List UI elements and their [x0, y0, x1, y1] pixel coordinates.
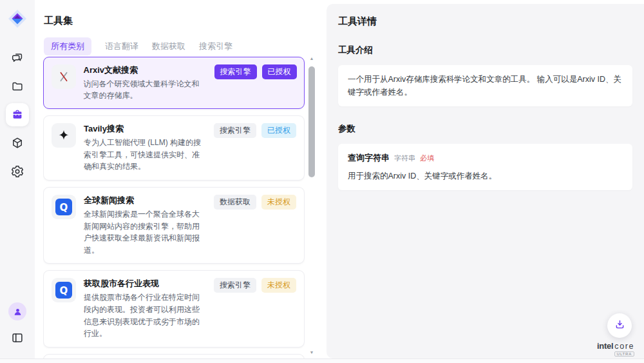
user-avatar-icon[interactable] [8, 302, 26, 320]
tool-name: 全球新闻搜索 [84, 195, 206, 206]
tool-text: Tavily搜索 专为人工智能代理 (LLM) 构建的搜索引擎工具，可快速提供实… [84, 123, 206, 173]
tool-text: Arxiv文献搜索 访问各个研究领域大量科学论文和文章的存储库。 [84, 64, 207, 102]
list-scrollbar[interactable]: ▲ ▼ [308, 55, 316, 357]
tool-description: 提供股票市场各个行业在特定时间段内的表现。投资者可以利用这些信息来识别表现优于或… [84, 291, 206, 339]
param-type: 字符串 [394, 153, 415, 164]
tools-panel: 工具集 所有类别语言翻译数据获取搜索引擎 Arxiv文献搜索 访问各个研究领域大… [35, 0, 327, 358]
auth-status-badge: 已授权 [261, 123, 296, 138]
tool-card[interactable]: Arxiv文献搜索 访问各个研究领域大量科学论文和文章的存储库。 搜索引擎 已授… [43, 57, 305, 109]
tool-card[interactable]: Tavily搜索 专为人工智能代理 (LLM) 构建的搜索引擎工具，可快速提供实… [43, 115, 305, 181]
category-badge: 搜索引擎 [214, 123, 256, 138]
tool-tags: 数据获取 未授权 [214, 195, 296, 256]
tool-name: Arxiv文献搜索 [84, 64, 207, 76]
rail-nav [0, 46, 35, 183]
nav-chat-icon[interactable] [6, 46, 29, 70]
tool-tags: 搜索引擎 未授权 [214, 278, 296, 339]
tab-all[interactable]: 所有类别 [44, 37, 91, 55]
scroll-down-arrow-icon[interactable]: ▼ [308, 350, 316, 355]
category-badge: 数据获取 [214, 195, 256, 210]
tool-description: 全球新闻搜索是一个聚合全球各大新闻网站内容的搜索引擎，帮助用户快速获取全球最新资… [84, 208, 206, 256]
ultra-badge: ultra [614, 351, 634, 357]
tavily-icon [52, 123, 76, 148]
tool-card[interactable]: Q 全球新闻搜索 全球新闻搜索是一个聚合全球各大新闻网站内容的搜索引擎，帮助用户… [43, 187, 305, 264]
nav-gear-icon[interactable] [6, 160, 29, 183]
svg-text:Q: Q [60, 201, 68, 213]
tool-text: 全球新闻搜索 全球新闻搜索是一个聚合全球各大新闻网站内容的搜索引擎，帮助用户快速… [84, 195, 206, 256]
nav-toolbox-icon[interactable] [6, 103, 29, 126]
tab-data[interactable]: 数据获取 [152, 37, 185, 55]
scrollbar-thumb[interactable] [308, 66, 315, 177]
tool-card[interactable]: Q 获取股市各行业表现 提供股票市场各个行业在特定时间段内的表现。投资者可以利用… [43, 270, 305, 347]
scroll-up-arrow-icon[interactable]: ▲ [308, 56, 316, 61]
param-required-badge: 必填 [420, 153, 434, 164]
param-card: 查询字符串 字符串 必填 用于搜索的Arxiv ID、关键字或作者姓名。 [338, 144, 632, 190]
tool-tags: 搜索引擎 已授权 [214, 123, 296, 173]
app-window: 工具集 所有类别语言翻译数据获取搜索引擎 Arxiv文献搜索 访问各个研究领域大… [0, 0, 644, 363]
param-description: 用于搜索的Arxiv ID、关键字或作者姓名。 [348, 170, 623, 182]
tool-list: Arxiv文献搜索 访问各个研究领域大量科学论文和文章的存储库。 搜索引擎 已授… [43, 57, 305, 358]
sidebar-toggle-icon[interactable] [6, 326, 29, 349]
download-button[interactable] [607, 313, 632, 338]
auth-status-badge: 未授权 [261, 278, 296, 293]
intel-core-logo: intel core ultra [597, 341, 634, 357]
tool-description: 专为人工智能代理 (LLM) 构建的搜索引擎工具，可快速提供实时、准确和真实的结… [84, 137, 206, 173]
tab-search[interactable]: 搜索引擎 [199, 37, 232, 55]
qsearch-icon: Q [52, 195, 76, 219]
auth-status-badge: 已授权 [262, 64, 297, 79]
detail-title: 工具详情 [338, 14, 632, 28]
intel-word: intel [597, 341, 613, 351]
tool-tags: 搜索引擎 已授权 [214, 64, 297, 102]
nav-folder-icon[interactable] [6, 75, 29, 98]
tool-text: 获取股市各行业表现 提供股票市场各个行业在特定时间段内的表现。投资者可以利用这些… [84, 278, 206, 339]
core-word: core [614, 342, 634, 351]
category-badge: 搜索引擎 [214, 278, 256, 293]
app-logo-icon[interactable] [7, 8, 28, 29]
category-badge: 搜索引擎 [214, 64, 257, 79]
arxiv-icon [52, 64, 76, 89]
tool-name: Tavily搜索 [84, 123, 206, 135]
left-rail [0, 0, 35, 358]
qsearch-icon: Q [52, 278, 76, 302]
tool-description: 访问各个研究领域大量科学论文和文章的存储库。 [84, 78, 207, 102]
tool-card[interactable]: Q 获取市场最活跃股票信息 提供当天交易量最高的股票列表，投资者可以利用这些信息… [43, 354, 305, 358]
params-heading: 参数 [338, 123, 632, 135]
rail-bottom [0, 302, 35, 349]
svg-text:Q: Q [60, 285, 68, 297]
intel-core-wordmark: intel core [597, 341, 634, 351]
window-bottom-edge [0, 358, 644, 363]
auth-status-badge: 未授权 [261, 195, 296, 210]
intro-card: 一个用于从Arxiv存储库搜索科学论文和文章的工具。 输入可以是Arxiv ID… [338, 65, 632, 106]
page-title: 工具集 [44, 15, 73, 27]
intro-heading: 工具介绍 [338, 44, 632, 56]
param-header: 查询字符串 字符串 必填 [348, 152, 623, 165]
param-name: 查询字符串 [348, 152, 390, 165]
tool-name: 获取股市各行业表现 [84, 278, 206, 289]
tool-detail-panel: 工具详情 工具介绍 一个用于从Arxiv存储库搜索科学论文和文章的工具。 输入可… [327, 4, 644, 358]
nav-cube-icon[interactable] [6, 132, 29, 155]
intro-text: 一个用于从Arxiv存储库搜索科学论文和文章的工具。 输入可以是Arxiv ID… [348, 73, 623, 99]
tab-translation[interactable]: 语言翻译 [105, 37, 138, 55]
category-tabs: 所有类别语言翻译数据获取搜索引擎 [44, 37, 232, 55]
download-icon [614, 319, 626, 333]
